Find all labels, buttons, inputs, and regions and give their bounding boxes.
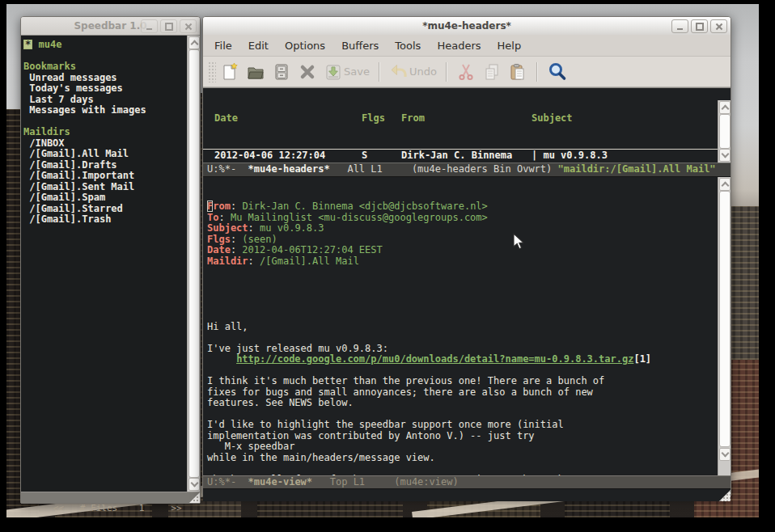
message-body-line: I've just released mu v0.9.8.3: (207, 344, 731, 355)
menu-edit[interactable]: Edit (240, 37, 277, 54)
message-header-field: From: Dirk-Jan C. Binnema <djcb@djcbsoft… (207, 201, 731, 213)
scroll-down-button[interactable] (719, 448, 731, 461)
minimize-button[interactable] (671, 19, 688, 33)
cut-scissors-icon (456, 62, 476, 82)
speedbar-item[interactable]: /[Gmail].Drafts (23, 160, 188, 171)
speedbar-item[interactable]: /[Gmail].Spam (23, 192, 188, 204)
field-value: /[Gmail].All Mail (260, 255, 359, 267)
mu4e-view-pane: From: Dirk-Jan C. Binnema <djcb@djcbsoft… (203, 177, 731, 475)
cell-date: 2012-04-06 12:27:04 (214, 150, 362, 163)
message-body-line: http://code.google.com/p/mu0/downloads/d… (207, 354, 731, 365)
chevron-down-icon (191, 479, 199, 488)
speedbar-item[interactable]: Messages with images (23, 105, 188, 116)
field-colon: : (231, 201, 242, 212)
scroll-up-button[interactable] (719, 178, 731, 191)
maximize-button[interactable] (160, 19, 177, 33)
scrollbar-thumb[interactable] (188, 49, 200, 478)
resize-grip[interactable] (719, 490, 731, 501)
scrollbar-thumb[interactable] (719, 114, 731, 149)
close-x-icon (298, 62, 317, 82)
minimize-button[interactable] (141, 19, 158, 33)
menu-help[interactable]: Help (489, 37, 530, 54)
field-colon: : (248, 255, 260, 267)
speedbar-scrollbar[interactable] (187, 36, 200, 492)
speedbar-content: * mu4e Bookmarks Unread messages Today's… (21, 36, 188, 492)
speedbar-item[interactable]: Last 7 days (23, 95, 188, 106)
new-file-button[interactable] (218, 61, 242, 83)
speedbar-item[interactable]: /[Gmail].Starred (23, 204, 188, 215)
field-label: Maildir (207, 255, 248, 267)
modeline-modes: (mu4e-headers Bin Ovwrt) (412, 163, 558, 175)
modeline-position: All L1 (330, 163, 412, 175)
message-header-field: Date: 2012-04-06T12:27:04 EEST (207, 245, 731, 256)
speedbar-item[interactable]: Today's messages (23, 83, 188, 95)
menu-headers[interactable]: Headers (429, 37, 489, 54)
field-label: Date (207, 244, 231, 255)
scroll-down-button[interactable] (719, 149, 731, 162)
headers-scrollbar[interactable] (718, 100, 731, 163)
modeline-prefix: U:%*- (207, 163, 248, 175)
menu-buffers[interactable]: Buffers (333, 37, 387, 54)
menu-options[interactable]: Options (277, 37, 333, 54)
maximize-button[interactable] (691, 19, 708, 33)
copy-button[interactable] (480, 61, 504, 83)
emacs-window: *mu4e-headers* FileEditOptionsBuffersToo… (202, 16, 731, 496)
scroll-up-button[interactable] (719, 101, 731, 114)
message-link[interactable]: http://code.google.com/p/mu0/downloads/d… (236, 353, 633, 365)
menu-bar: FileEditOptionsBuffersToolsHeadersHelp (203, 35, 731, 57)
open-file-button[interactable] (244, 61, 268, 83)
menu-file[interactable]: File (206, 37, 240, 54)
speedbar-item[interactable]: Unread messages (23, 73, 188, 84)
message-body-line (207, 463, 731, 475)
message-header-field: Maildir: /[Gmail].All Mail (207, 256, 731, 268)
echo-area[interactable] (203, 489, 731, 501)
save-label: Save (344, 65, 370, 78)
paste-clipboard-icon (508, 62, 527, 82)
cut-button[interactable] (454, 61, 478, 83)
search-button[interactable] (544, 60, 570, 84)
close-buffer-button[interactable] (295, 61, 320, 83)
speedbar-item[interactable]: /[Gmail].All Mail (23, 149, 188, 160)
close-icon (185, 23, 192, 30)
dired-button[interactable] (269, 61, 294, 83)
speedbar-status-text: << # Files 1 >> (53, 503, 182, 513)
speedbar-item[interactable]: /[Gmail].Trash (23, 214, 188, 226)
link-footnote: [1] (633, 353, 651, 365)
chevron-up-icon (722, 105, 730, 113)
speedbar-item[interactable]: /INBOX (23, 138, 188, 150)
resize-grip[interactable] (189, 492, 200, 503)
chevron-down-icon (722, 450, 730, 458)
message-body-line: fixes for bugs and small annoyances; the… (207, 387, 731, 399)
view-scrollbar[interactable] (718, 177, 731, 475)
toolbar-separator (379, 62, 380, 82)
speedbar-root-label: mu4e (38, 39, 61, 50)
close-button[interactable] (710, 19, 727, 33)
speedbar-section-maildirs: Maildirs (23, 127, 188, 138)
speedbar-item[interactable]: /[Gmail].Important (23, 171, 188, 182)
speedbar-item[interactable]: /[Gmail].Sent Mail (23, 182, 188, 193)
message-body-line (207, 409, 731, 420)
message-body-line: implementation was contributed by Antono… (207, 431, 731, 442)
message-body-line: Thanks to all of you for bug reports / s… (207, 475, 731, 476)
modeline-buffer-name: *mu4e-headers* (248, 163, 330, 175)
emacs-titlebar[interactable]: *mu4e-headers* (203, 17, 731, 35)
save-button[interactable]: Save (321, 61, 372, 83)
speedbar-root-item[interactable]: * mu4e (23, 40, 188, 51)
paste-button[interactable] (506, 61, 530, 83)
blank-line (207, 289, 731, 300)
undo-button[interactable]: Undo (387, 61, 439, 83)
scroll-up-button[interactable] (188, 36, 200, 49)
scroll-down-button[interactable] (188, 478, 200, 491)
menu-tools[interactable]: Tools (387, 37, 429, 54)
field-label: Subject (207, 222, 248, 234)
speedbar-titlebar[interactable]: Speedbar 1.0 (21, 17, 200, 35)
file-cabinet-icon (272, 62, 291, 82)
field-label: From (207, 201, 231, 212)
close-button[interactable] (180, 19, 197, 33)
table-row[interactable]: 2012-04-06 12:27:04SDirk-Jan C. Binnema|… (203, 149, 731, 163)
column-date: Date (214, 112, 362, 125)
scrollbar-thumb[interactable] (719, 191, 731, 447)
link-indent (207, 353, 236, 365)
field-value: 2012-04-06T12:27:04 EEST (242, 244, 382, 255)
undo-icon (389, 62, 409, 82)
